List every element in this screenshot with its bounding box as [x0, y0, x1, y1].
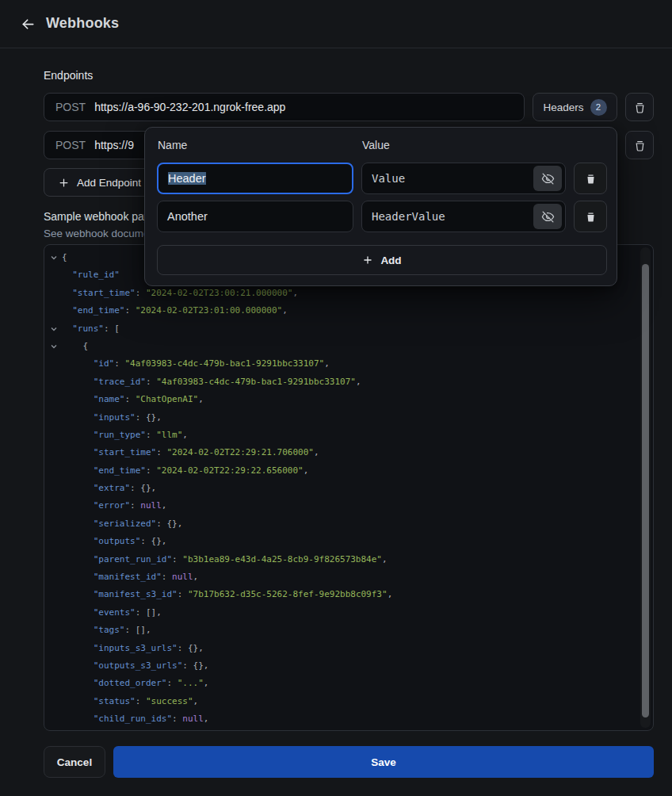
code-line: "end_time": "2024-02-02T22:29:22.656000"… — [48, 462, 634, 480]
code-line: "serialized": {}, — [48, 515, 634, 533]
code-token: "start_time" — [62, 447, 156, 457]
code-line: "parent_run_id": "b3b1ea89-e43d-4a25-8cb… — [48, 551, 634, 568]
code-token: "manifest_id" — [62, 572, 162, 582]
code-token: : — [162, 572, 172, 582]
header-value-input[interactable]: HeaderValue — [361, 201, 566, 232]
code-line: "start_time": "2024-02-02T22:29:21.70600… — [48, 444, 634, 461]
headers-popover: Name Value Header Value Another HeaderVa… — [144, 127, 617, 286]
payload-code-block: { "rule_id" "start_time": "2024-02-02T23… — [44, 244, 654, 731]
code-token: , — [182, 430, 188, 440]
code-line: "direct_child_run_ids": null, — [48, 729, 634, 731]
code-token: : [], — [124, 625, 151, 635]
code-token: : {}, — [156, 519, 182, 529]
code-token: "end_time" — [62, 305, 124, 316]
popover-value-label: Value — [362, 139, 390, 151]
code-token: : {}, — [178, 643, 204, 653]
http-method-label: POST — [55, 139, 86, 151]
header-name-input[interactable]: Header — [157, 163, 353, 194]
code-token: "outputs_s3_urls" — [62, 660, 182, 671]
code-token: : {}, — [136, 412, 162, 423]
code-token: null — [172, 572, 193, 582]
code-token: , — [382, 554, 388, 564]
code-token: "end_time" — [62, 465, 146, 476]
code-line: "run_type": "llm", — [48, 427, 634, 444]
code-token: , — [314, 447, 319, 457]
headers-button[interactable]: Headers 2 — [533, 93, 617, 121]
code-line: "status": "success", — [48, 693, 634, 710]
code-token: "trace_id" — [62, 377, 146, 387]
code-token: "ChatOpenAI" — [136, 394, 198, 404]
code-token: "2024-02-02T23:01:00.000000" — [136, 305, 282, 316]
code-token: "2024-02-02T22:29:21.706000" — [166, 447, 313, 457]
code-token: "runs" — [62, 323, 104, 334]
header-value-input[interactable]: Value — [361, 163, 566, 194]
code-token: : [ — [104, 323, 120, 334]
scrollbar-thumb[interactable] — [642, 264, 649, 718]
plus-icon — [58, 177, 70, 189]
page-title: Webhooks — [46, 15, 119, 32]
selected-text: Header — [168, 172, 206, 185]
code-token: : — [124, 305, 135, 316]
code-token: "inputs" — [62, 412, 136, 423]
code-line: "outputs_s3_urls": {}, — [48, 657, 634, 675]
headers-button-label: Headers — [543, 101, 583, 113]
code-token: "events" — [62, 607, 136, 618]
code-token: , — [388, 589, 393, 599]
code-line: "child_run_ids": null, — [48, 710, 634, 728]
cancel-button[interactable]: Cancel — [44, 746, 105, 778]
endpoint-url-input[interactable]: POST https://a-96-90-232-201.ngrok-free.… — [44, 93, 525, 121]
code-token: "rule_id" — [62, 270, 120, 280]
trash-filled-icon — [585, 211, 597, 223]
code-token: "llm" — [156, 430, 182, 440]
code-token: "2024-02-02T22:29:22.656000" — [156, 465, 303, 476]
arrow-left-icon — [20, 16, 36, 33]
header-name-input[interactable]: Another — [157, 201, 353, 232]
add-header-label: Add — [380, 254, 401, 266]
toggle-visibility-button[interactable] — [533, 204, 562, 229]
popover-name-label: Name — [158, 139, 187, 151]
fold-chevron-icon[interactable] — [50, 343, 58, 350]
code-token: "run_type" — [62, 430, 146, 440]
code-line: "tags": [], — [48, 622, 634, 639]
save-button[interactable]: Save — [113, 746, 654, 778]
code-token: : — [146, 430, 156, 440]
code-token: "7b17b632-d35c-5262-8fef-9e92bb8c09f3" — [188, 589, 388, 599]
code-token: "extra" — [62, 483, 130, 493]
code-token: : — [178, 589, 188, 599]
code-line: "start_time": "2024-02-02T23:00:21.00000… — [48, 285, 634, 302]
trash-icon — [633, 139, 647, 152]
delete-endpoint-button[interactable] — [625, 93, 654, 121]
delete-header-button[interactable] — [574, 163, 607, 194]
endpoint-url-value: https://9 — [94, 139, 134, 151]
code-token: : {}, — [140, 536, 166, 546]
code-token: , — [282, 305, 288, 316]
plus-icon — [362, 254, 373, 266]
delete-header-button[interactable] — [574, 201, 607, 232]
code-line: "inputs_s3_urls": {}, — [48, 640, 634, 657]
code-token: "outputs" — [62, 536, 140, 546]
add-header-button[interactable]: Add — [157, 245, 607, 275]
code-token: : — [124, 394, 135, 404]
code-token: "parent_run_id" — [62, 554, 172, 564]
toggle-visibility-button[interactable] — [533, 166, 562, 191]
fold-chevron-icon[interactable] — [50, 254, 58, 262]
top-bar: Webhooks — [0, 0, 672, 48]
fold-chevron-icon[interactable] — [50, 325, 58, 333]
code-token: : — [146, 465, 156, 476]
code-token: , — [193, 572, 199, 582]
code-token: , — [198, 394, 204, 404]
code-token: "b3b1ea89-e43d-4a25-8cb9-9f826573b84e" — [182, 554, 382, 564]
code-token: , — [193, 696, 199, 706]
code-token: , — [304, 465, 309, 476]
code-token: : — [166, 678, 177, 688]
code-line: "dotted_order": "...", — [48, 675, 634, 692]
code-token: : — [114, 358, 124, 369]
code-token: "2024-02-02T23:00:21.000000" — [146, 288, 292, 298]
code-token: "dotted_order" — [62, 678, 166, 688]
code-token: , — [162, 500, 167, 511]
code-line: "manifest_id": null, — [48, 568, 634, 586]
back-button[interactable] — [13, 9, 43, 39]
delete-endpoint-button[interactable] — [625, 131, 654, 159]
code-token: "name" — [62, 394, 124, 404]
code-token: "4af03983-c4dc-479b-bac1-9291bbc33107" — [124, 358, 324, 369]
